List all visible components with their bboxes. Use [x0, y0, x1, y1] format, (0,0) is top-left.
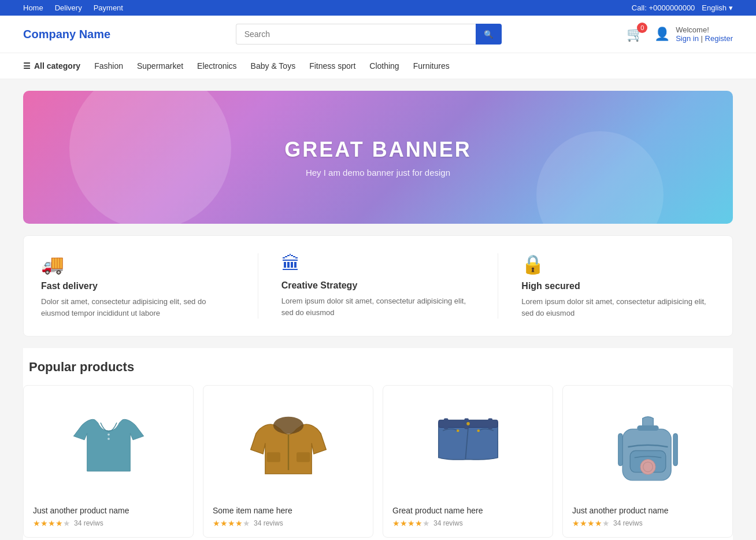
product-name-2: Some item name here [213, 506, 364, 515]
svg-rect-7 [444, 419, 448, 430]
stars-4: ★★★★★ [572, 519, 610, 528]
svg-rect-19 [673, 434, 677, 466]
svg-point-16 [640, 459, 655, 474]
header: Company Name 🔍 🛒 0 👤 Welcome! Sign in | … [0, 16, 756, 53]
feature-security-desc: Lorem ipsum dolor sit amet, consectetur … [521, 296, 715, 319]
auth-separator: | [701, 34, 705, 43]
user-icon: 👤 [654, 27, 670, 42]
auth-links: Sign in | Register [676, 34, 733, 43]
nav-clothing[interactable]: Clothing [369, 53, 399, 79]
svg-point-12 [466, 422, 470, 426]
svg-rect-4 [266, 452, 280, 462]
search-button[interactable]: 🔍 [476, 24, 502, 45]
popular-products-section: Popular products Just another product na… [23, 348, 733, 540]
feature-strategy-desc: Lorem ipsum dolor sit amet, consectetur … [281, 295, 475, 318]
svg-rect-5 [297, 452, 310, 462]
backpack-svg [607, 406, 688, 487]
top-nav-delivery[interactable]: Delivery [55, 3, 82, 12]
register-link[interactable]: Register [705, 34, 733, 43]
delivery-icon: 🚚 [41, 253, 235, 275]
product-name-4: Just another product name [572, 506, 723, 515]
review-count-1: 34 reviws [74, 519, 103, 527]
svg-rect-18 [618, 434, 622, 466]
header-right: 🛒 0 👤 Welcome! Sign in | Register [627, 25, 733, 43]
product-image-4 [572, 395, 723, 499]
chevron-down-icon: ▾ [729, 3, 733, 12]
all-category-label: All category [34, 61, 80, 71]
nav-supermarket[interactable]: Supermarket [137, 53, 183, 79]
svg-point-10 [456, 430, 459, 432]
products-grid: Just another product name ★★★★★ 34 reviw… [23, 385, 733, 538]
review-count-4: 34 reviws [613, 519, 643, 527]
top-nav-home[interactable]: Home [23, 3, 43, 12]
product-image-1 [33, 395, 184, 499]
feature-delivery: 🚚 Fast delivery Dolor sit amet, consecte… [41, 253, 235, 319]
product-card-3[interactable]: Great product name here ★★★★★ 34 reviws [383, 385, 553, 538]
svg-point-11 [477, 430, 480, 432]
nav-electronics[interactable]: Electronics [197, 53, 236, 79]
stars-3: ★★★★★ [392, 519, 430, 528]
review-count-3: 34 reviws [433, 519, 463, 527]
stars-1: ★★★★★ [33, 519, 71, 528]
language-dropdown[interactable]: English ▾ [702, 3, 733, 12]
jacket-svg [248, 406, 329, 487]
nav-furnitures[interactable]: Furnitures [413, 53, 450, 79]
svg-point-1 [108, 438, 110, 440]
security-icon: 🔒 [521, 253, 715, 275]
product-rating-4: ★★★★★ 34 reviws [572, 519, 723, 528]
review-count-2: 34 reviws [254, 519, 283, 527]
nav-bar: ☰ All category Fashion Supermarket Elect… [0, 53, 756, 79]
product-rating-3: ★★★★★ 34 reviws [392, 519, 543, 528]
product-rating-1: ★★★★★ 34 reviws [33, 519, 184, 528]
search-bar: 🔍 [236, 24, 502, 45]
sign-in-link[interactable]: Sign in [676, 34, 699, 43]
user-area: 👤 Welcome! Sign in | Register [654, 25, 733, 43]
top-nav: Home Delivery Payment [23, 3, 123, 12]
shorts-svg [428, 406, 509, 487]
banner-subtitle: Hey I am demo banner just for design [306, 168, 450, 177]
top-nav-payment[interactable]: Payment [94, 3, 123, 12]
nav-fashion[interactable]: Fashion [94, 53, 123, 79]
product-name-3: Great product name here [392, 506, 543, 515]
svg-rect-14 [637, 426, 658, 431]
search-icon: 🔍 [484, 30, 494, 39]
feature-security: 🔒 High secured Lorem ipsum dolor sit ame… [521, 253, 715, 319]
product-image-3 [392, 395, 543, 499]
product-card-4[interactable]: Just another product name ★★★★★ 34 reviw… [562, 385, 733, 538]
feature-strategy-title: Creative Strategy [281, 280, 475, 291]
feature-security-title: High secured [521, 281, 715, 291]
cart-badge: 0 [637, 23, 647, 33]
all-category-button[interactable]: ☰ All category [23, 53, 80, 79]
nav-fitness[interactable]: Fitness sport [309, 53, 355, 79]
welcome-text: Welcome! [676, 25, 733, 34]
banner-title: GREAT BANNER [284, 138, 471, 162]
logo[interactable]: Company Name [23, 28, 110, 41]
product-card-1[interactable]: Just another product name ★★★★★ 34 reviw… [23, 385, 194, 538]
feature-delivery-title: Fast delivery [41, 281, 235, 291]
svg-point-0 [108, 434, 110, 436]
product-name-1: Just another product name [33, 506, 184, 515]
product-rating-2: ★★★★★ 34 reviws [213, 519, 364, 528]
strategy-icon: 🏛 [281, 253, 475, 275]
search-input[interactable] [236, 24, 476, 45]
product-image-2 [213, 395, 364, 499]
shirt-svg [68, 406, 149, 487]
nav-baby-toys[interactable]: Baby & Toys [251, 53, 296, 79]
product-card-2[interactable]: Some item name here ★★★★★ 34 reviws [203, 385, 373, 538]
svg-rect-9 [488, 419, 492, 430]
stars-2: ★★★★★ [213, 519, 250, 528]
hamburger-icon: ☰ [23, 61, 31, 71]
hero-banner: GREAT BANNER Hey I am demo banner just f… [23, 91, 733, 224]
cart-button[interactable]: 🛒 0 [627, 26, 644, 42]
phone-number: Call: +0000000000 [632, 3, 695, 12]
svg-point-2 [273, 417, 303, 434]
popular-products-title: Popular products [23, 360, 733, 375]
feature-strategy: 🏛 Creative Strategy Lorem ipsum dolor si… [281, 253, 475, 319]
feature-delivery-desc: Dolor sit amet, consectetur adipisicing … [41, 296, 235, 319]
language-label: English [702, 3, 727, 12]
features-section: 🚚 Fast delivery Dolor sit amet, consecte… [23, 235, 733, 336]
user-text: Welcome! Sign in | Register [676, 25, 733, 43]
top-bar-right: Call: +0000000000 English ▾ [632, 3, 733, 12]
top-bar: Home Delivery Payment Call: +0000000000 … [0, 0, 756, 16]
